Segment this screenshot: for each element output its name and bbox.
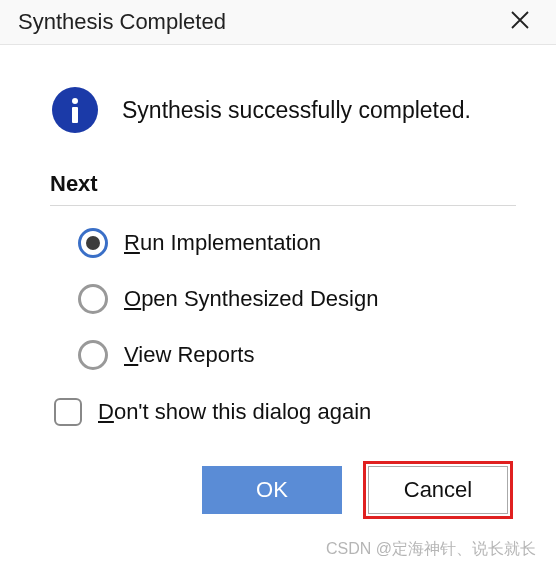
svg-rect-1 xyxy=(72,107,78,123)
close-button[interactable] xyxy=(500,2,540,42)
info-icon xyxy=(52,87,98,133)
option-open-synthesized-design[interactable]: Open Synthesized Design xyxy=(78,284,516,314)
titlebar: Synthesis Completed xyxy=(0,0,556,45)
button-row: OK Cancel xyxy=(50,466,516,514)
option-view-reports[interactable]: View Reports xyxy=(78,340,516,370)
ok-button[interactable]: OK xyxy=(202,466,342,514)
radio-icon xyxy=(78,228,108,258)
dialog-content: Synthesis successfully completed. Next R… xyxy=(0,45,556,514)
next-options: Run Implementation Open Synthesized Desi… xyxy=(50,228,516,370)
watermark-text: CSDN @定海神针、说长就长 xyxy=(326,539,536,560)
checkbox-icon xyxy=(54,398,82,426)
dont-show-again-checkbox[interactable]: Don't show this dialog again xyxy=(50,398,516,426)
option-label: Run Implementation xyxy=(124,230,321,256)
window-title: Synthesis Completed xyxy=(18,9,500,35)
checkbox-label: Don't show this dialog again xyxy=(98,399,371,425)
option-run-implementation[interactable]: Run Implementation xyxy=(78,228,516,258)
close-icon xyxy=(510,10,530,34)
section-heading: Next xyxy=(50,171,516,206)
status-message: Synthesis successfully completed. xyxy=(122,97,471,124)
radio-icon xyxy=(78,284,108,314)
option-label: View Reports xyxy=(124,342,254,368)
radio-icon xyxy=(78,340,108,370)
svg-point-0 xyxy=(72,98,78,104)
option-label: Open Synthesized Design xyxy=(124,286,378,312)
status-row: Synthesis successfully completed. xyxy=(50,87,516,133)
cancel-button[interactable]: Cancel xyxy=(368,466,508,514)
